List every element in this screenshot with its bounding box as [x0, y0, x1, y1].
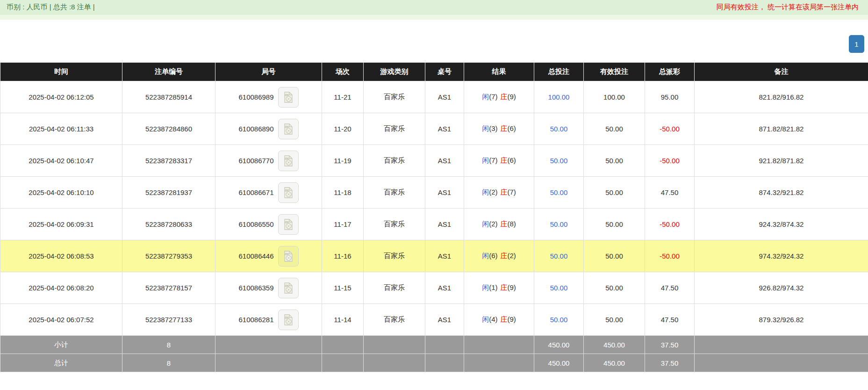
remark-cell: 926.82/974.32	[695, 272, 868, 304]
session-cell: 11-17	[322, 209, 364, 240]
remark-cell: 921.82/871.82	[695, 145, 868, 177]
result-cell: 闲(2)庄(8)	[464, 209, 534, 240]
round-number-cell: 610086890	[215, 113, 322, 145]
payout-cell: -50.00	[645, 145, 695, 177]
table-row: 2025-04-02 06:10:10522387281937610086671…	[0, 177, 868, 209]
valid-bet-cell: 100.00	[584, 81, 645, 113]
round-number-cell: 610086989	[215, 81, 322, 113]
player-result-score: (4)	[489, 315, 497, 323]
video-replay-button[interactable]	[278, 182, 299, 203]
banker-result-label: 庄	[501, 188, 508, 196]
total-bet-link[interactable]: 50.00	[550, 220, 568, 228]
round-number-wrap: 610086550	[217, 214, 320, 235]
col-header-bet-number: 注单编号	[122, 63, 215, 81]
table-number-cell: AS1	[425, 304, 464, 336]
table-row: 2025-04-02 06:09:31522387280633610086550…	[0, 209, 868, 240]
banker-result-score: (9)	[508, 315, 516, 323]
player-result-score: (7)	[489, 156, 497, 164]
banker-result-label: 庄	[501, 315, 508, 323]
time-cell: 2025-04-02 06:07:52	[0, 304, 122, 336]
col-header-table-number: 桌号	[425, 63, 464, 81]
game-type-cell: 百家乐	[364, 209, 425, 240]
footer-count-cell: 8	[122, 336, 215, 354]
payout-cell: -50.00	[645, 113, 695, 145]
total-bet-link[interactable]: 50.00	[550, 188, 568, 196]
banker-result-score: (6)	[508, 124, 516, 132]
total-bet-link[interactable]: 100.00	[548, 93, 570, 101]
total-bet-link[interactable]: 50.00	[550, 252, 568, 260]
player-result-label: 闲	[482, 156, 489, 164]
footer-empty-result-cell	[464, 336, 534, 354]
col-header-remark: 备注	[695, 63, 868, 81]
banker-result-score: (8)	[508, 220, 516, 228]
video-replay-button[interactable]	[278, 119, 299, 139]
footer-label-cell: 小计	[0, 336, 122, 354]
player-result-score: (2)	[489, 188, 497, 196]
total-bet-link[interactable]: 50.00	[550, 316, 568, 324]
result-cell: 闲(6)庄(2)	[464, 240, 534, 272]
footer-empty-game-cell	[364, 336, 425, 354]
game-type-cell: 百家乐	[364, 145, 425, 177]
video-replay-button[interactable]	[278, 246, 299, 267]
footer-payout-cell: 37.50	[645, 336, 695, 354]
currency-summary-text: 币别 : 人民币 | 总共 :8 注单 |	[7, 3, 95, 12]
table-row: 2025-04-02 06:07:52522387277133610086281…	[0, 304, 868, 336]
round-number-text: 610086671	[238, 188, 273, 196]
grand-total-row: 总计8450.00450.0037.50	[0, 354, 868, 372]
total-bet-link[interactable]: 50.00	[550, 284, 568, 292]
settlement-note-text: 同局有效投注， 统一计算在该局第一张注单内	[717, 3, 859, 12]
total-bet-link[interactable]: 50.00	[550, 157, 568, 165]
banker-result-label: 庄	[501, 124, 508, 132]
total-bet-link[interactable]: 50.00	[550, 125, 568, 133]
total-bet-cell: 50.00	[534, 272, 584, 304]
valid-bet-cell: 50.00	[584, 209, 645, 240]
video-replay-button[interactable]	[278, 310, 299, 330]
round-number-wrap: 610086359	[217, 278, 320, 298]
banker-result-label: 庄	[501, 252, 508, 260]
video-replay-button[interactable]	[278, 151, 299, 171]
round-number-cell: 610086671	[215, 177, 322, 209]
remark-cell: 879.32/926.82	[695, 304, 868, 336]
time-cell: 2025-04-02 06:09:31	[0, 209, 122, 240]
pagination-page-1-button[interactable]: 1	[849, 35, 864, 53]
bet-number-cell: 522387284860	[122, 113, 215, 145]
video-replay-icon	[282, 155, 294, 167]
footer-total-bet-cell: 450.00	[534, 354, 584, 372]
video-replay-icon	[282, 282, 294, 294]
video-replay-button[interactable]	[278, 278, 299, 298]
result-cell: 闲(7)庄(6)	[464, 145, 534, 177]
round-number-wrap: 610086281	[217, 310, 320, 330]
time-cell: 2025-04-02 06:08:20	[0, 272, 122, 304]
footer-empty-round-cell	[215, 354, 322, 372]
round-number-cell: 610086446	[215, 240, 322, 272]
table-number-cell: AS1	[425, 145, 464, 177]
time-cell: 2025-04-02 06:11:33	[0, 113, 122, 145]
table-header-row: 时间 注单编号 局号 场次 游戏类别 桌号 结果 总投注 有效投注 总派彩 备注	[0, 63, 868, 81]
result-cell: 闲(4)庄(9)	[464, 304, 534, 336]
table-row: 2025-04-02 06:08:53522387279353610086446…	[0, 240, 868, 272]
banker-result-score: (7)	[508, 188, 516, 196]
valid-bet-cell: 50.00	[584, 177, 645, 209]
table-number-cell: AS1	[425, 113, 464, 145]
player-result-score: (2)	[489, 220, 497, 228]
remark-cell: 974.32/924.32	[695, 240, 868, 272]
col-header-result: 结果	[464, 63, 534, 81]
time-cell: 2025-04-02 06:10:10	[0, 177, 122, 209]
game-type-cell: 百家乐	[364, 240, 425, 272]
footer-empty-result-cell	[464, 354, 534, 372]
video-replay-button[interactable]	[278, 87, 299, 108]
table-number-cell: AS1	[425, 81, 464, 113]
round-number-cell: 610086550	[215, 209, 322, 240]
valid-bet-cell: 50.00	[584, 240, 645, 272]
round-number-text: 610086770	[238, 157, 273, 165]
round-number-text: 610086359	[238, 284, 273, 292]
banker-result-label: 庄	[501, 220, 508, 228]
footer-payout-cell: 37.50	[645, 354, 695, 372]
game-type-cell: 百家乐	[364, 81, 425, 113]
total-bet-cell: 50.00	[534, 209, 584, 240]
col-header-payout: 总派彩	[645, 63, 695, 81]
video-replay-button[interactable]	[278, 214, 299, 235]
col-header-valid-bet: 有效投注	[584, 63, 645, 81]
result-cell: 闲(1)庄(9)	[464, 272, 534, 304]
result-cell: 闲(7)庄(9)	[464, 81, 534, 113]
